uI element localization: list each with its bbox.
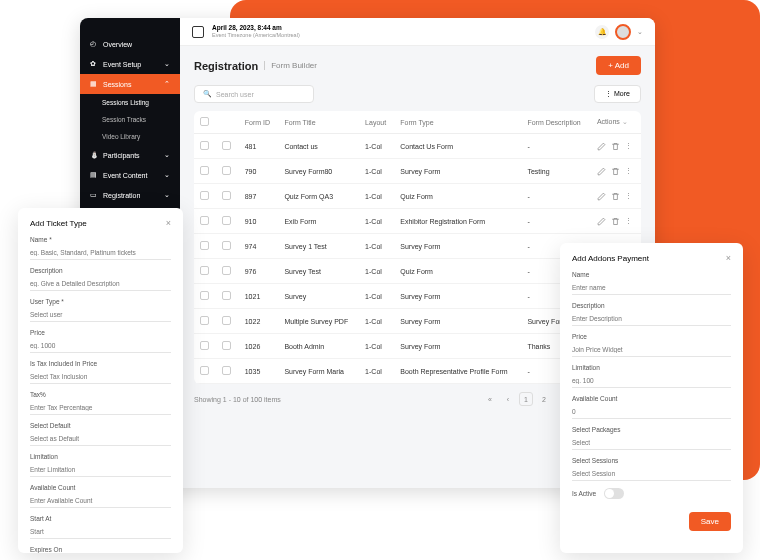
field-input[interactable]: [30, 246, 171, 260]
table-row: 897 Quiz Form QA3 1-Col Quiz Form - ⋮: [194, 184, 641, 209]
checkbox[interactable]: [200, 117, 209, 126]
checkbox[interactable]: [222, 241, 231, 250]
checkbox[interactable]: [222, 291, 231, 300]
pager-prev[interactable]: ‹: [501, 392, 515, 406]
chevron-down-icon[interactable]: ⌄: [637, 28, 643, 36]
cell-form-title: Survey 1 Test: [278, 234, 359, 259]
checkbox[interactable]: [200, 141, 209, 150]
cell-form-title: Multiple Survey PDF: [278, 309, 359, 334]
table-row: 481 Contact us 1-Col Contact Us Form - ⋮: [194, 134, 641, 159]
field-input[interactable]: [30, 525, 171, 539]
field-input[interactable]: [572, 467, 731, 481]
checkbox[interactable]: [200, 191, 209, 200]
checkbox[interactable]: [222, 166, 231, 175]
pager-page[interactable]: 2: [537, 392, 551, 406]
checkbox[interactable]: [222, 191, 231, 200]
edit-icon[interactable]: [597, 142, 606, 151]
field-input[interactable]: [572, 374, 731, 388]
more-icon[interactable]: ⋮: [625, 142, 632, 151]
checkbox[interactable]: [222, 141, 231, 150]
delete-icon[interactable]: [611, 192, 620, 201]
field-input[interactable]: [30, 401, 171, 415]
field-input[interactable]: [572, 343, 731, 357]
pager-page[interactable]: 1: [519, 392, 533, 406]
gauge-icon: ◴: [90, 40, 98, 48]
checkbox[interactable]: [200, 166, 209, 175]
cell-form-id: 1021: [239, 284, 279, 309]
sidebar-sub-session-tracks[interactable]: Session Tracks: [80, 111, 180, 128]
cell-form-title: Quiz Form QA3: [278, 184, 359, 209]
search-input[interactable]: 🔍 Search user: [194, 85, 314, 103]
col-header: Form ID: [239, 111, 279, 134]
checkbox[interactable]: [222, 316, 231, 325]
cell-form-type: Quiz Form: [394, 259, 521, 284]
more-icon[interactable]: ⋮: [625, 217, 632, 226]
more-icon[interactable]: ⋮: [625, 167, 632, 176]
delete-icon[interactable]: [611, 167, 620, 176]
modal-title: Add Ticket Type: [30, 219, 87, 228]
cell-layout: 1-Col: [359, 359, 394, 384]
modal-title: Add Addons Payment: [572, 254, 649, 263]
cell-form-title: Survey Test: [278, 259, 359, 284]
field-input[interactable]: [572, 436, 731, 450]
edit-icon[interactable]: [597, 217, 606, 226]
checkbox[interactable]: [200, 241, 209, 250]
clipboard-icon: ▭: [90, 191, 98, 199]
field-input[interactable]: [30, 370, 171, 384]
delete-icon[interactable]: [611, 142, 620, 151]
field-input[interactable]: [572, 312, 731, 326]
more-button[interactable]: ⋮ More: [594, 85, 641, 103]
chevron-down-icon: ⌄: [164, 171, 170, 179]
checkbox[interactable]: [200, 291, 209, 300]
sidebar-item-sessions[interactable]: ▦Sessions⌃: [80, 74, 180, 94]
field-input[interactable]: [572, 281, 731, 295]
cell-description: Testing: [521, 159, 591, 184]
sidebar-item-participants[interactable]: ⛄Participants⌄: [80, 145, 180, 165]
save-button[interactable]: Save: [689, 512, 731, 531]
is-active-toggle[interactable]: [604, 488, 624, 499]
checkbox[interactable]: [200, 216, 209, 225]
add-button[interactable]: + Add: [596, 56, 641, 75]
sidebar-sub-video-library[interactable]: Video Library: [80, 128, 180, 145]
checkbox[interactable]: [222, 366, 231, 375]
pager-prev[interactable]: «: [483, 392, 497, 406]
checkbox[interactable]: [200, 341, 209, 350]
field-input[interactable]: [30, 432, 171, 446]
bell-icon[interactable]: 🔔: [595, 25, 609, 39]
edit-icon[interactable]: [597, 192, 606, 201]
cell-form-type: Survey Form: [394, 284, 521, 309]
cell-form-id: 1035: [239, 359, 279, 384]
cell-layout: 1-Col: [359, 284, 394, 309]
checkbox[interactable]: [200, 316, 209, 325]
close-icon[interactable]: ×: [726, 253, 731, 263]
sidebar-item-overview[interactable]: ◴Overview: [80, 34, 180, 54]
field-label: Start At: [30, 515, 171, 522]
checkbox[interactable]: [200, 266, 209, 275]
cell-layout: 1-Col: [359, 209, 394, 234]
cell-form-type: Contact Us Form: [394, 134, 521, 159]
edit-icon[interactable]: [597, 167, 606, 176]
field-input[interactable]: [30, 463, 171, 477]
pager-summary: Showing 1 - 10 of 100 items: [194, 396, 281, 403]
cell-form-id: 1026: [239, 334, 279, 359]
more-icon[interactable]: ⋮: [625, 192, 632, 201]
checkbox[interactable]: [222, 341, 231, 350]
avatar[interactable]: [615, 24, 631, 40]
sidebar-item-registration[interactable]: ▭Registration⌄: [80, 185, 180, 205]
sidebar-item-event-content[interactable]: ▤Event Content⌄: [80, 165, 180, 185]
checkbox[interactable]: [200, 366, 209, 375]
cell-description: -: [521, 209, 591, 234]
field-input[interactable]: [30, 308, 171, 322]
checkbox[interactable]: [222, 266, 231, 275]
cell-layout: 1-Col: [359, 259, 394, 284]
sidebar-item-event-setup[interactable]: ✿Event Setup⌄: [80, 54, 180, 74]
sidebar-sub-sessions-listing[interactable]: Sessions Listing: [80, 94, 180, 111]
delete-icon[interactable]: [611, 217, 620, 226]
field-input[interactable]: [30, 494, 171, 508]
field-input[interactable]: [572, 405, 731, 419]
checkbox[interactable]: [222, 216, 231, 225]
field-input[interactable]: [30, 277, 171, 291]
field-input[interactable]: [30, 339, 171, 353]
field-label: Select Packages: [572, 426, 731, 433]
close-icon[interactable]: ×: [166, 218, 171, 228]
